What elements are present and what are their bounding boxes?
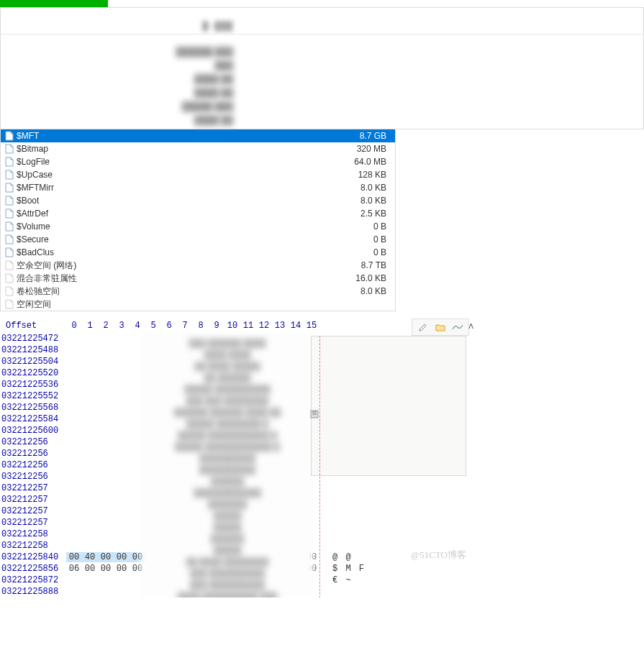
- file-name: $Volume: [17, 221, 286, 232]
- hex-byte[interactable]: 00: [98, 564, 114, 574]
- hex-offset: 032212256: [0, 437, 66, 447]
- file-name: 混合非常驻属性: [17, 273, 286, 285]
- hex-body: 0322122547203221225488032212255040322122…: [0, 333, 475, 598]
- scroll-up-icon[interactable]: ʌ: [466, 319, 476, 333]
- hex-byte[interactable]: 00: [114, 552, 130, 562]
- blurred-info-1: ██████ ███: [168, 45, 240, 59]
- hex-byte[interactable]: 00: [66, 552, 82, 562]
- hex-byte[interactable]: 00: [82, 564, 98, 574]
- hex-col-header: 8: [193, 321, 209, 331]
- hex-byte[interactable]: 06: [66, 564, 82, 574]
- file-row[interactable]: $LogFile64.0 MB: [1, 155, 395, 168]
- blurred-info-6: ████ ██: [168, 114, 240, 127]
- file-name: $MFT: [17, 131, 286, 141]
- hex-col-header: 10: [225, 321, 240, 331]
- hex-col-header: 13: [272, 321, 288, 331]
- file-size: 16.0 KB: [286, 273, 392, 283]
- file-size: 8.7 GB: [286, 131, 392, 141]
- file-icon: [4, 221, 15, 232]
- hex-offset: 03221225856: [0, 564, 66, 574]
- hex-offset: 03221225568: [0, 403, 66, 413]
- file-table[interactable]: $MFT8.7 GB$Bitmap320 MB$LogFile64.0 MB$U…: [0, 129, 396, 311]
- hex-ascii: € ~: [332, 575, 353, 585]
- hex-offset: 03221225520: [0, 368, 66, 378]
- file-icon: [4, 273, 15, 283]
- hex-offset: 032212258: [0, 529, 66, 539]
- file-size: 8.0 KB: [286, 196, 392, 206]
- hex-offset: 032212257: [0, 495, 66, 505]
- file-size: 0 B: [286, 247, 392, 257]
- file-size: 8.0 KB: [286, 183, 392, 193]
- hex-offset: 03221225504: [0, 357, 66, 367]
- file-icon: [4, 144, 15, 154]
- file-name: $UpCase: [17, 170, 286, 180]
- hex-offset: 03221225552: [0, 391, 66, 401]
- file-icon: [4, 234, 15, 244]
- hex-ascii: @ @: [332, 552, 353, 562]
- hex-col-header: 15: [304, 321, 319, 331]
- file-icon: [4, 260, 15, 270]
- curve-icon[interactable]: [450, 321, 466, 334]
- file-name: 空闲空间: [17, 298, 286, 311]
- tooltip-popup: [311, 336, 466, 476]
- hex-byte[interactable]: 00: [114, 564, 130, 574]
- hex-offset: 032212256: [0, 460, 66, 470]
- hex-offset: 032212256: [0, 472, 66, 482]
- file-name: $BadClus: [17, 247, 286, 257]
- hex-col-header: 3: [114, 321, 130, 331]
- file-size: 2.5 KB: [286, 209, 392, 219]
- tooltip-separator: [319, 336, 320, 598]
- blurred-info-2: ███: [168, 59, 240, 73]
- hex-header-row: Offset 0123456789101112131415 ʌ: [0, 319, 475, 333]
- file-name: $Boot: [17, 196, 286, 206]
- file-name: $MFTMirr: [17, 183, 286, 193]
- file-icon: [4, 299, 15, 309]
- hex-offset: 03221225536: [0, 380, 66, 390]
- file-icon: [4, 131, 15, 141]
- hex-col-header: 7: [177, 321, 193, 331]
- hex-offset: 032212256: [0, 449, 66, 459]
- top-panel: █─███ ██████ ███ ███ ████ ██ ████ ██ ███…: [0, 7, 644, 129]
- hex-offset: 03221225888: [0, 587, 66, 597]
- hex-col-header: 12: [256, 321, 272, 331]
- file-icon: [4, 209, 15, 219]
- blurred-info-5: █████ ███: [168, 100, 240, 114]
- file-row[interactable]: $MFT8.7 GB: [1, 129, 395, 142]
- file-row[interactable]: $Secure0 B: [1, 233, 395, 246]
- file-row[interactable]: $Boot8.0 KB: [1, 194, 395, 207]
- file-name: $LogFile: [17, 157, 286, 167]
- file-row[interactable]: $Bitmap320 MB: [1, 142, 395, 155]
- hex-offset: 03221225472: [0, 334, 66, 344]
- file-name: $AttrDef: [17, 209, 286, 219]
- blurred-info-4: ████ ██: [168, 86, 240, 100]
- hex-byte[interactable]: 00: [98, 552, 114, 562]
- hex-offset: 03221225488: [0, 345, 66, 355]
- file-name: $Bitmap: [17, 144, 286, 154]
- file-row[interactable]: $BadClus0 B: [1, 246, 395, 259]
- hex-col-header: 9: [209, 321, 225, 331]
- pencil-icon[interactable]: [415, 321, 431, 334]
- hex-offset: 03221225840: [0, 552, 66, 562]
- file-icon: [4, 157, 15, 167]
- file-size: 320 MB: [286, 144, 392, 154]
- file-row[interactable]: $UpCase128 KB: [1, 168, 395, 181]
- hex-offset: 03221225600: [0, 426, 66, 436]
- file-row[interactable]: 空闲空间: [1, 298, 395, 311]
- blurred-info-3: ████ ██: [168, 73, 240, 86]
- file-row[interactable]: 混合非常驻属性16.0 KB: [1, 272, 395, 285]
- folder-icon[interactable]: [432, 321, 448, 334]
- hex-offset: 032212258: [0, 541, 66, 551]
- file-name: 卷松驰空间: [17, 285, 286, 298]
- hex-offset: 032212257: [0, 506, 66, 516]
- hex-col-header: 4: [130, 321, 145, 331]
- file-row[interactable]: 空余空间 (网络)8.7 TB: [1, 259, 395, 272]
- file-icon: [4, 183, 15, 193]
- file-row[interactable]: $AttrDef2.5 KB: [1, 207, 395, 220]
- file-row[interactable]: $MFTMirr8.0 KB: [1, 181, 395, 194]
- hex-col-header: 1: [82, 321, 98, 331]
- file-row[interactable]: $Volume0 B: [1, 220, 395, 233]
- file-row[interactable]: 卷松驰空间8.0 KB: [1, 285, 395, 298]
- file-size: 64.0 MB: [286, 157, 392, 167]
- hex-byte[interactable]: 40: [82, 552, 98, 562]
- hex-offset: 032212257: [0, 483, 66, 493]
